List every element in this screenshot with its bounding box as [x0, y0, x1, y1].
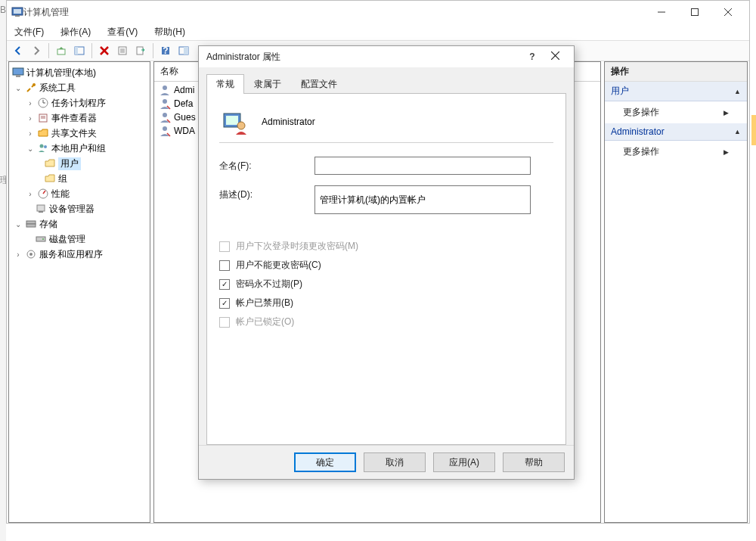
- device-icon: [35, 203, 47, 215]
- checkbox-icon: [219, 260, 230, 271]
- svg-rect-9: [75, 47, 78, 54]
- storage-icon: [25, 218, 37, 230]
- actions-pane: 操作 用户▲ 更多操作▶ Administrator▲ 更多操作▶: [604, 61, 748, 523]
- tree-shared[interactable]: ›共享文件夹: [11, 126, 148, 141]
- tree-localusers[interactable]: ⌄本地用户和组: [11, 141, 148, 156]
- svg-rect-48: [226, 116, 238, 125]
- tree-event[interactable]: ›事件查看器: [11, 110, 148, 126]
- computer-icon: [12, 67, 24, 79]
- cancel-button[interactable]: 取消: [364, 452, 426, 472]
- svg-point-31: [44, 145, 47, 148]
- fullname-input[interactable]: [314, 157, 531, 175]
- tree-services[interactable]: ›服务和应用程序: [11, 247, 148, 262]
- tab-profile[interactable]: 配置文件: [291, 74, 347, 94]
- checkbox-neverexpire[interactable]: ✓密码永不过期(P): [219, 278, 553, 291]
- svg-rect-33: [37, 205, 45, 211]
- checkbox-icon: [219, 317, 230, 328]
- expand-icon[interactable]: ›: [26, 190, 35, 198]
- svg-point-42: [163, 99, 167, 104]
- tree-perf[interactable]: ›性能: [11, 186, 148, 201]
- menu-action[interactable]: 操作(A): [57, 24, 94, 40]
- actions-section-admin[interactable]: Administrator▲: [605, 123, 747, 141]
- dialog-title: Administrator 属性: [206, 51, 521, 64]
- actions-section-users[interactable]: 用户▲: [605, 82, 747, 101]
- expand-icon[interactable]: ›: [26, 99, 35, 107]
- menu-help[interactable]: 帮助(H): [151, 24, 188, 40]
- title-bar: 计算机管理: [7, 1, 749, 23]
- expand-icon[interactable]: ›: [26, 114, 35, 123]
- user-name: Administrator: [262, 117, 315, 127]
- dialog-button-bar: 确定 取消 应用(A) 帮助: [199, 445, 574, 479]
- close-button[interactable]: [711, 2, 745, 23]
- menu-file[interactable]: 文件(F): [11, 24, 47, 40]
- collapse-icon[interactable]: ⌄: [14, 84, 23, 92]
- tree-pane: 计算机管理(本地) ⌄ 系统工具 ›任务计划程序 ›事件查看器 ›共享文件夹 ⌄…: [8, 61, 150, 523]
- collapse-icon[interactable]: ⌄: [26, 145, 35, 153]
- event-icon: [37, 112, 49, 124]
- svg-rect-21: [13, 68, 23, 75]
- svg-point-38: [42, 238, 44, 240]
- svg-rect-4: [692, 9, 699, 16]
- checkbox-nextlogin: 用户下次登录时须更改密码(M): [219, 240, 553, 253]
- actions-more-2[interactable]: 更多操作▶: [605, 141, 747, 163]
- user-disabled-icon: [159, 111, 171, 123]
- svg-point-23: [33, 83, 36, 86]
- properties-dialog: Administrator 属性 ? 常规 隶属于 配置文件 Administr…: [198, 45, 575, 480]
- svg-point-40: [29, 253, 33, 256]
- tree-groups[interactable]: 组: [11, 171, 148, 186]
- svg-point-43: [163, 113, 167, 117]
- perf-icon: [37, 188, 49, 200]
- maximize-button[interactable]: [678, 2, 711, 23]
- svg-rect-37: [36, 237, 45, 241]
- tree-users[interactable]: 用户: [11, 156, 148, 171]
- svg-point-41: [163, 86, 167, 90]
- tree-devmgr[interactable]: 设备管理器: [11, 201, 148, 216]
- description-input[interactable]: [314, 185, 531, 214]
- actions-more-1[interactable]: 更多操作▶: [605, 101, 747, 123]
- svg-text:?: ?: [163, 45, 168, 56]
- ok-button[interactable]: 确定: [294, 452, 356, 472]
- up-button[interactable]: [53, 42, 70, 59]
- show-hide-tree-button[interactable]: [71, 42, 88, 59]
- svg-rect-7: [57, 49, 65, 54]
- export-button[interactable]: [132, 42, 149, 59]
- user-disabled-icon: [159, 125, 171, 137]
- refresh-button[interactable]: [175, 42, 192, 59]
- tree-root[interactable]: 计算机管理(本地): [11, 65, 148, 80]
- minimize-button[interactable]: [645, 2, 678, 23]
- collapse-icon[interactable]: ⌄: [14, 220, 23, 229]
- tab-member[interactable]: 隶属于: [244, 74, 291, 94]
- shared-folder-icon: [37, 127, 49, 139]
- tree-storage[interactable]: ⌄存储: [11, 216, 148, 232]
- svg-rect-34: [39, 211, 43, 213]
- help-button[interactable]: ?: [157, 42, 174, 59]
- tree-systools[interactable]: ⌄ 系统工具: [11, 80, 148, 95]
- checkbox-disabled[interactable]: ✓帐户已禁用(B): [219, 297, 553, 309]
- folder-icon: [44, 173, 56, 185]
- tools-icon: [25, 82, 37, 94]
- svg-point-49: [237, 122, 245, 129]
- forward-button[interactable]: [28, 42, 45, 59]
- right-edge-fragment: [751, 115, 756, 145]
- expand-icon[interactable]: ›: [14, 250, 23, 259]
- checkbox-nochange[interactable]: 用户不能更改密码(C): [219, 259, 553, 272]
- checkbox-icon: ✓: [219, 298, 230, 309]
- apply-button[interactable]: 应用(A): [433, 452, 495, 472]
- svg-rect-1: [14, 9, 21, 14]
- svg-rect-36: [26, 224, 36, 227]
- dialog-help-button[interactable]: ?: [521, 51, 544, 62]
- dialog-close-button[interactable]: [544, 51, 566, 62]
- user-icon: [159, 84, 171, 96]
- help-button[interactable]: 帮助: [503, 452, 565, 472]
- menu-view[interactable]: 查看(V): [104, 24, 141, 40]
- checkbox-icon: ✓: [219, 279, 230, 290]
- expand-icon[interactable]: ›: [26, 129, 35, 138]
- delete-button[interactable]: [96, 42, 113, 59]
- tab-general[interactable]: 常规: [206, 74, 244, 94]
- tree-task[interactable]: ›任务计划程序: [11, 95, 148, 110]
- tree-diskmgr[interactable]: 磁盘管理: [11, 232, 148, 247]
- menu-bar: 文件(F) 操作(A) 查看(V) 帮助(H): [7, 23, 749, 40]
- left-edge-fragment: B理: [0, 0, 6, 541]
- back-button[interactable]: [10, 42, 26, 59]
- properties-button[interactable]: [114, 42, 131, 59]
